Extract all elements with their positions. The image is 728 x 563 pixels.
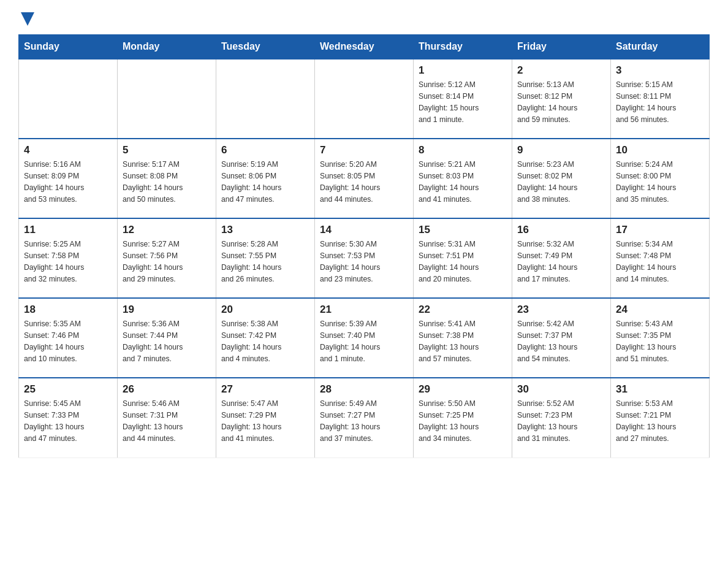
day-number: 11 [24,224,112,236]
day-info: Sunrise: 5:12 AM Sunset: 8:14 PM Dayligh… [419,79,507,126]
day-number: 28 [320,383,408,396]
calendar-week-row: 18Sunrise: 5:35 AM Sunset: 7:46 PM Dayli… [19,298,710,378]
calendar-cell: 10Sunrise: 5:24 AM Sunset: 8:00 PM Dayli… [611,139,710,218]
svg-marker-0 [21,12,34,26]
day-number: 12 [123,224,211,236]
day-info: Sunrise: 5:13 AM Sunset: 8:12 PM Dayligh… [517,79,605,126]
day-info: Sunrise: 5:42 AM Sunset: 7:37 PM Dayligh… [517,318,605,365]
day-number: 7 [320,144,408,156]
calendar-cell: 13Sunrise: 5:28 AM Sunset: 7:55 PM Dayli… [216,218,315,298]
day-info: Sunrise: 5:31 AM Sunset: 7:51 PM Dayligh… [419,239,507,285]
day-info: Sunrise: 5:45 AM Sunset: 7:33 PM Dayligh… [24,398,112,445]
calendar-cell: 2Sunrise: 5:13 AM Sunset: 8:12 PM Daylig… [512,59,611,139]
calendar-cell: 15Sunrise: 5:31 AM Sunset: 7:51 PM Dayli… [414,218,512,298]
calendar-cell: 18Sunrise: 5:35 AM Sunset: 7:46 PM Dayli… [19,298,118,378]
day-info: Sunrise: 5:46 AM Sunset: 7:31 PM Dayligh… [123,398,211,445]
day-number: 6 [221,144,309,156]
day-number: 4 [24,144,112,156]
day-info: Sunrise: 5:50 AM Sunset: 7:25 PM Dayligh… [419,398,507,445]
day-number: 29 [419,383,507,396]
calendar-cell: 5Sunrise: 5:17 AM Sunset: 8:08 PM Daylig… [118,139,216,218]
weekday-header-tuesday: Tuesday [216,35,315,59]
day-number: 20 [221,304,309,316]
day-number: 14 [320,224,408,236]
day-number: 21 [320,304,408,316]
logo [18,12,34,25]
day-info: Sunrise: 5:17 AM Sunset: 8:08 PM Dayligh… [123,159,211,205]
day-number: 23 [517,304,605,316]
calendar-cell: 27Sunrise: 5:47 AM Sunset: 7:29 PM Dayli… [216,378,315,458]
day-info: Sunrise: 5:24 AM Sunset: 8:00 PM Dayligh… [616,159,704,205]
day-number: 30 [517,383,605,396]
calendar-cell: 26Sunrise: 5:46 AM Sunset: 7:31 PM Dayli… [118,378,216,458]
day-info: Sunrise: 5:52 AM Sunset: 7:23 PM Dayligh… [517,398,605,445]
day-info: Sunrise: 5:49 AM Sunset: 7:27 PM Dayligh… [320,398,408,445]
calendar-cell: 17Sunrise: 5:34 AM Sunset: 7:48 PM Dayli… [611,218,710,298]
day-number: 16 [517,224,605,236]
day-info: Sunrise: 5:36 AM Sunset: 7:44 PM Dayligh… [123,318,211,365]
day-info: Sunrise: 5:28 AM Sunset: 7:55 PM Dayligh… [221,239,309,285]
day-number: 10 [616,144,704,156]
day-number: 24 [616,304,704,316]
day-number: 8 [419,144,507,156]
weekday-header-friday: Friday [512,35,611,59]
calendar-week-row: 25Sunrise: 5:45 AM Sunset: 7:33 PM Dayli… [19,378,710,458]
calendar-cell: 19Sunrise: 5:36 AM Sunset: 7:44 PM Dayli… [118,298,216,378]
calendar-cell: 9Sunrise: 5:23 AM Sunset: 8:02 PM Daylig… [512,139,611,218]
weekday-header-monday: Monday [118,35,216,59]
calendar-cell: 25Sunrise: 5:45 AM Sunset: 7:33 PM Dayli… [19,378,118,458]
weekday-header-sunday: Sunday [19,35,118,59]
calendar-cell: 29Sunrise: 5:50 AM Sunset: 7:25 PM Dayli… [414,378,512,458]
day-number: 9 [517,144,605,156]
day-info: Sunrise: 5:43 AM Sunset: 7:35 PM Dayligh… [616,318,704,365]
day-info: Sunrise: 5:19 AM Sunset: 8:06 PM Dayligh… [221,159,309,205]
calendar-cell [216,59,315,139]
calendar-week-row: 4Sunrise: 5:16 AM Sunset: 8:09 PM Daylig… [19,139,710,218]
day-info: Sunrise: 5:21 AM Sunset: 8:03 PM Dayligh… [419,159,507,205]
day-info: Sunrise: 5:30 AM Sunset: 7:53 PM Dayligh… [320,239,408,285]
logo-triangle-icon [21,12,34,26]
day-info: Sunrise: 5:15 AM Sunset: 8:11 PM Dayligh… [616,79,704,126]
day-info: Sunrise: 5:23 AM Sunset: 8:02 PM Dayligh… [517,159,605,205]
day-number: 17 [616,224,704,236]
calendar-cell: 6Sunrise: 5:19 AM Sunset: 8:06 PM Daylig… [216,139,315,218]
calendar-cell: 12Sunrise: 5:27 AM Sunset: 7:56 PM Dayli… [118,218,216,298]
calendar-table: SundayMondayTuesdayWednesdayThursdayFrid… [18,34,710,458]
calendar-cell [19,59,118,139]
calendar-cell: 20Sunrise: 5:38 AM Sunset: 7:42 PM Dayli… [216,298,315,378]
day-number: 15 [419,224,507,236]
calendar-cell: 23Sunrise: 5:42 AM Sunset: 7:37 PM Dayli… [512,298,611,378]
calendar-cell [315,59,414,139]
day-info: Sunrise: 5:39 AM Sunset: 7:40 PM Dayligh… [320,318,408,365]
day-number: 2 [517,64,605,77]
day-number: 27 [221,383,309,396]
calendar-cell: 30Sunrise: 5:52 AM Sunset: 7:23 PM Dayli… [512,378,611,458]
calendar-week-row: 11Sunrise: 5:25 AM Sunset: 7:58 PM Dayli… [19,218,710,298]
calendar-cell: 16Sunrise: 5:32 AM Sunset: 7:49 PM Dayli… [512,218,611,298]
calendar-cell: 22Sunrise: 5:41 AM Sunset: 7:38 PM Dayli… [414,298,512,378]
calendar-cell: 14Sunrise: 5:30 AM Sunset: 7:53 PM Dayli… [315,218,414,298]
day-info: Sunrise: 5:27 AM Sunset: 7:56 PM Dayligh… [123,239,211,285]
day-number: 26 [123,383,211,396]
calendar-cell: 4Sunrise: 5:16 AM Sunset: 8:09 PM Daylig… [19,139,118,218]
calendar-cell: 24Sunrise: 5:43 AM Sunset: 7:35 PM Dayli… [611,298,710,378]
calendar-cell: 7Sunrise: 5:20 AM Sunset: 8:05 PM Daylig… [315,139,414,218]
day-info: Sunrise: 5:47 AM Sunset: 7:29 PM Dayligh… [221,398,309,445]
calendar-week-row: 1Sunrise: 5:12 AM Sunset: 8:14 PM Daylig… [19,59,710,139]
day-info: Sunrise: 5:32 AM Sunset: 7:49 PM Dayligh… [517,239,605,285]
calendar-cell: 11Sunrise: 5:25 AM Sunset: 7:58 PM Dayli… [19,218,118,298]
day-info: Sunrise: 5:25 AM Sunset: 7:58 PM Dayligh… [24,239,112,285]
day-number: 25 [24,383,112,396]
weekday-header-saturday: Saturday [611,35,710,59]
day-number: 1 [419,64,507,77]
calendar-cell: 31Sunrise: 5:53 AM Sunset: 7:21 PM Dayli… [611,378,710,458]
calendar-cell: 8Sunrise: 5:21 AM Sunset: 8:03 PM Daylig… [414,139,512,218]
day-number: 18 [24,304,112,316]
page-header [18,12,710,25]
weekday-header-thursday: Thursday [414,35,512,59]
day-number: 31 [616,383,704,396]
calendar-cell: 3Sunrise: 5:15 AM Sunset: 8:11 PM Daylig… [611,59,710,139]
calendar-cell: 28Sunrise: 5:49 AM Sunset: 7:27 PM Dayli… [315,378,414,458]
day-number: 22 [419,304,507,316]
day-info: Sunrise: 5:35 AM Sunset: 7:46 PM Dayligh… [24,318,112,365]
